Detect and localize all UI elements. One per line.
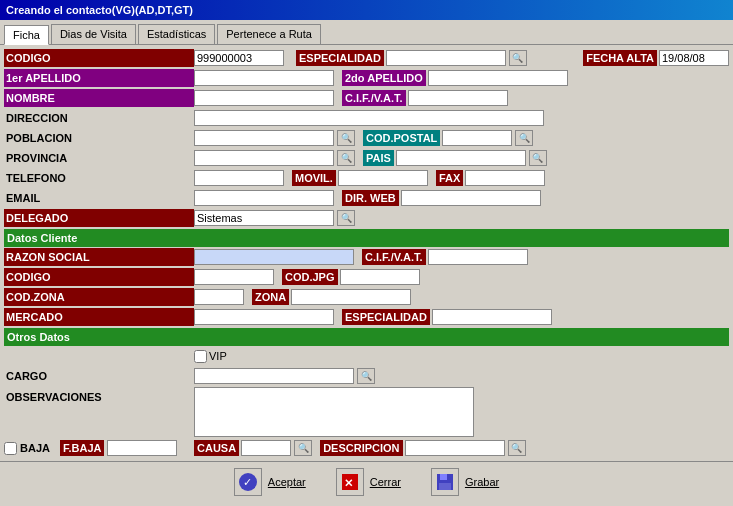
pais-search-btn[interactable]: 🔍 bbox=[529, 150, 547, 166]
especialidad-search-btn[interactable]: 🔍 bbox=[509, 50, 527, 66]
poblacion-input[interactable] bbox=[194, 130, 334, 146]
aceptar-label: Aceptar bbox=[268, 476, 306, 488]
tab-ficha[interactable]: Ficha bbox=[4, 25, 49, 45]
svg-text:✓: ✓ bbox=[243, 476, 252, 488]
aceptar-icon: ✓ bbox=[234, 468, 262, 496]
especialidad2-label: ESPECIALIDAD bbox=[342, 309, 430, 325]
segundo-apellido-label: 2do APELLIDO bbox=[342, 70, 426, 86]
baja-checkbox[interactable] bbox=[4, 442, 17, 455]
pais-input[interactable] bbox=[396, 150, 526, 166]
poblacion-label: POBLACION bbox=[4, 129, 194, 147]
vip-checkbox[interactable] bbox=[194, 350, 207, 363]
cargo-search-btn[interactable]: 🔍 bbox=[357, 368, 375, 384]
mercado-label: MERCADO bbox=[4, 308, 194, 326]
cif-vat2-input[interactable] bbox=[428, 249, 528, 265]
codigo-label: CODIGO bbox=[4, 49, 194, 67]
title-text: Creando el contacto(VG)(AD,DT,GT) bbox=[6, 4, 193, 16]
nombre-label: NOMBRE bbox=[4, 89, 194, 107]
codigo-input[interactable] bbox=[194, 50, 284, 66]
observaciones-label: OBSERVACIONES bbox=[4, 387, 194, 405]
delegado-search-btn[interactable]: 🔍 bbox=[337, 210, 355, 226]
form-container: CODIGO ESPECIALIDAD 🔍 FECHA ALTA 1er APE… bbox=[0, 45, 733, 461]
nombre-input[interactable] bbox=[194, 90, 334, 106]
cod-zona-input[interactable] bbox=[194, 289, 244, 305]
baja-label: BAJA bbox=[20, 442, 50, 454]
cod-jpg-input[interactable] bbox=[340, 269, 420, 285]
cod-jpg-label: COD.JPG bbox=[282, 269, 338, 285]
causa-input[interactable] bbox=[241, 440, 291, 456]
pais-label: PAIS bbox=[363, 150, 394, 166]
descripcion-search-btn[interactable]: 🔍 bbox=[508, 440, 526, 456]
fax-input[interactable] bbox=[465, 170, 545, 186]
svg-rect-5 bbox=[440, 474, 447, 480]
cod-postal-input[interactable] bbox=[442, 130, 512, 146]
cod-zona-label: COD.ZONA bbox=[4, 288, 194, 306]
tabs-bar: Ficha Dias de Visita Estadísticas Perten… bbox=[0, 20, 733, 45]
causa-search-btn[interactable]: 🔍 bbox=[294, 440, 312, 456]
cif-label: C.I.F./V.A.T. bbox=[342, 90, 406, 106]
provincia-label: PROVINCIA bbox=[4, 149, 194, 167]
cerrar-button[interactable]: ✕ Cerrar bbox=[336, 468, 401, 496]
cod-postal-search-btn[interactable]: 🔍 bbox=[515, 130, 533, 146]
movil-input[interactable] bbox=[338, 170, 428, 186]
provincia-input[interactable] bbox=[194, 150, 334, 166]
direccion-input[interactable] bbox=[194, 110, 544, 126]
svg-rect-6 bbox=[439, 483, 451, 490]
cif-vat2-label: C.I.F./V.A.T. bbox=[362, 249, 426, 265]
zona-label: ZONA bbox=[252, 289, 289, 305]
descripcion-label: DESCRIPCION bbox=[320, 440, 402, 456]
delegado-input[interactable] bbox=[194, 210, 334, 226]
telefono-input[interactable] bbox=[194, 170, 284, 186]
especialidad2-input[interactable] bbox=[432, 309, 552, 325]
movil-label: MOVIL. bbox=[292, 170, 336, 186]
f-baja-input[interactable] bbox=[107, 440, 177, 456]
svg-text:✕: ✕ bbox=[344, 477, 353, 489]
mercado-input[interactable] bbox=[194, 309, 334, 325]
dir-web-input[interactable] bbox=[401, 190, 541, 206]
tab-dias-visita[interactable]: Dias de Visita bbox=[51, 24, 136, 44]
tab-pertenece-ruta[interactable]: Pertenece a Ruta bbox=[217, 24, 321, 44]
cargo-label: CARGO bbox=[4, 367, 194, 385]
vip-area bbox=[4, 347, 194, 365]
cerrar-icon: ✕ bbox=[336, 468, 364, 496]
grabar-icon bbox=[431, 468, 459, 496]
codigo2-input[interactable] bbox=[194, 269, 274, 285]
email-input[interactable] bbox=[194, 190, 334, 206]
direccion-label: DIRECCION bbox=[4, 109, 194, 127]
telefono-label: TELEFONO bbox=[4, 169, 194, 187]
razon-social-input[interactable] bbox=[194, 249, 354, 265]
zona-input[interactable] bbox=[291, 289, 411, 305]
provincia-search-btn[interactable]: 🔍 bbox=[337, 150, 355, 166]
grabar-label: Grabar bbox=[465, 476, 499, 488]
primer-apellido-input[interactable] bbox=[194, 70, 334, 86]
grabar-button[interactable]: Grabar bbox=[431, 468, 499, 496]
razon-social-label: RAZON SOCIAL bbox=[4, 248, 194, 266]
descripcion-input[interactable] bbox=[405, 440, 505, 456]
especialidad-label: ESPECIALIDAD bbox=[296, 50, 384, 66]
causa-label: CAUSA bbox=[194, 440, 239, 456]
aceptar-button[interactable]: ✓ Aceptar bbox=[234, 468, 306, 496]
delegado-label: DELEGADO bbox=[4, 209, 194, 227]
fax-label: FAX bbox=[436, 170, 463, 186]
f-baja-label: F.BAJA bbox=[60, 440, 105, 456]
otros-datos-header: Otros Datos bbox=[4, 328, 729, 346]
bottom-bar: ✓ Aceptar ✕ Cerrar Grabar bbox=[0, 461, 733, 501]
poblacion-search-btn[interactable]: 🔍 bbox=[337, 130, 355, 146]
cif-input[interactable] bbox=[408, 90, 508, 106]
especialidad-input[interactable] bbox=[386, 50, 506, 66]
dir-web-label: DIR. WEB bbox=[342, 190, 399, 206]
cerrar-label: Cerrar bbox=[370, 476, 401, 488]
fecha-alta-input[interactable] bbox=[659, 50, 729, 66]
datos-cliente-header: Datos Cliente bbox=[4, 229, 729, 247]
email-label: EMAIL bbox=[4, 189, 194, 207]
primer-apellido-label: 1er APELLIDO bbox=[4, 69, 194, 87]
cargo-input[interactable] bbox=[194, 368, 354, 384]
observaciones-textarea[interactable] bbox=[194, 387, 474, 437]
tab-estadisticas[interactable]: Estadísticas bbox=[138, 24, 215, 44]
vip-label: VIP bbox=[209, 350, 227, 362]
cod-postal-label: COD.POSTAL bbox=[363, 130, 440, 146]
fecha-alta-label: FECHA ALTA bbox=[583, 50, 657, 66]
codigo2-label: CODIGO bbox=[4, 268, 194, 286]
segundo-apellido-input[interactable] bbox=[428, 70, 568, 86]
title-bar: Creando el contacto(VG)(AD,DT,GT) bbox=[0, 0, 733, 20]
